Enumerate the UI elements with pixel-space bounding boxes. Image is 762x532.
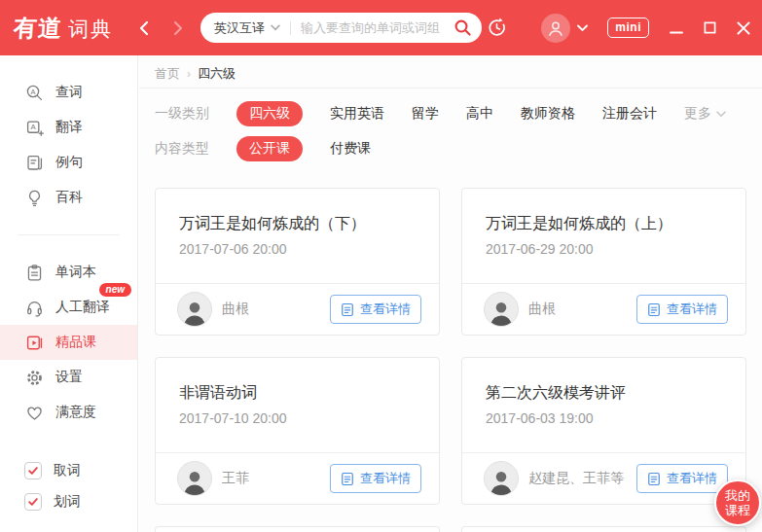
sidebar-item-examples[interactable]: 例句 — [0, 145, 137, 180]
filters: 一级类别 四六级 实用英语 留学 高中 教师资格 注册会计 更多 内容类型 公开… — [139, 89, 762, 162]
course-card-footer: 曲根 查看详情 — [156, 283, 439, 335]
filter-more-button[interactable]: 更多 — [684, 105, 726, 123]
settings-icon — [24, 368, 44, 387]
history-button[interactable] — [486, 17, 508, 39]
course-title: 万词王是如何炼成的（上） — [486, 213, 722, 234]
search-icon[interactable] — [449, 15, 476, 42]
sidebar-item-satisfaction[interactable]: 满意度 — [0, 395, 137, 430]
search-input[interactable] — [301, 20, 449, 35]
history-icon — [486, 17, 508, 39]
course-title: 第二次六级模考讲评 — [486, 382, 722, 404]
new-badge: new — [99, 283, 131, 297]
toggle-label: 取词 — [54, 462, 81, 479]
sidebar-item-premium-courses[interactable]: 精品课 — [0, 325, 137, 360]
satisfaction-icon — [24, 403, 44, 422]
header-actions: mini — [482, 14, 750, 43]
chevron-down-icon — [271, 24, 280, 31]
course-card[interactable]: 万词王是如何炼成的（上） 2017-06-29 20:00 曲根 查看详情 — [461, 188, 746, 336]
maximize-icon — [704, 21, 716, 34]
filter-label: 一级类别 — [155, 105, 209, 123]
course-card-body: 第二次六级模考讲评 2017-06-03 19:00 — [462, 358, 745, 452]
course-time: 2017-07-06 20:00 — [179, 241, 416, 257]
minimize-icon — [670, 21, 683, 35]
my-courses-button[interactable]: 我的 课程 — [714, 479, 761, 526]
filter-option-cpa[interactable]: 注册会计 — [602, 105, 657, 123]
word-lookup-icon: A — [24, 83, 44, 102]
detail-icon — [341, 472, 354, 486]
sidebar-item-label: 例句 — [55, 154, 83, 171]
view-detail-button[interactable]: 查看详情 — [636, 464, 728, 493]
user-icon — [545, 18, 566, 39]
teacher-name: 曲根 — [222, 301, 320, 318]
maximize-button[interactable] — [704, 21, 716, 34]
forward-button[interactable] — [173, 19, 185, 37]
forward-icon — [173, 20, 184, 36]
filter-option-cet[interactable]: 四六级 — [236, 101, 303, 126]
close-icon — [737, 21, 750, 35]
sidebar-item-human-translate[interactable]: 人工翻译 new — [0, 290, 137, 325]
view-detail-label: 查看详情 — [360, 470, 411, 487]
close-button[interactable] — [737, 21, 750, 35]
svg-text:A: A — [30, 87, 35, 95]
chevron-down-icon — [577, 24, 588, 32]
course-card-footer: 曲根 查看详情 — [462, 283, 745, 335]
user-avatar[interactable] — [541, 14, 570, 43]
filter-option-high-school[interactable]: 高中 — [466, 105, 493, 123]
filter-more-label: 更多 — [684, 105, 711, 123]
course-card-partial[interactable] — [461, 526, 746, 532]
course-card[interactable]: 万词王是如何炼成的（下） 2017-07-06 20:00 曲根 查看详情 — [155, 188, 440, 336]
account-menu-button[interactable] — [577, 24, 588, 32]
filter-label: 内容类型 — [155, 140, 209, 158]
filter-option-study-abroad[interactable]: 留学 — [412, 105, 439, 123]
checkbox-checked-icon[interactable] — [24, 462, 42, 479]
detail-icon — [647, 472, 661, 486]
divider — [290, 21, 291, 35]
breadcrumb-separator: › — [187, 67, 191, 81]
course-card[interactable]: 非谓语动词 2017-07-10 20:00 王菲 查看详情 — [155, 357, 440, 505]
filter-option-paid-course[interactable]: 付费课 — [330, 140, 371, 158]
sidebar-item-translate[interactable]: A 翻译 — [0, 110, 137, 145]
chevron-down-icon — [716, 111, 726, 118]
sidebar-item-encyclopedia[interactable]: 百科 — [0, 180, 137, 215]
view-detail-label: 查看详情 — [667, 470, 717, 487]
logo-text-primary: 有道 — [13, 13, 63, 44]
mini-mode-button[interactable]: mini — [607, 18, 649, 38]
course-card-body: 万词王是如何炼成的（上） 2017-06-29 20:00 — [462, 189, 745, 283]
sidebar-item-label: 精品课 — [55, 334, 96, 351]
course-card-partial[interactable] — [155, 526, 440, 532]
toggle-word-capture[interactable]: 取词 — [0, 455, 137, 486]
course-time: 2017-06-03 19:00 — [486, 410, 722, 426]
teacher-name: 王菲 — [222, 470, 320, 487]
teacher-avatar — [484, 461, 519, 496]
filter-option-teacher-cert[interactable]: 教师资格 — [521, 105, 575, 123]
teacher-avatar — [177, 292, 212, 327]
teacher-avatar — [484, 292, 519, 327]
detail-icon — [341, 302, 354, 317]
view-detail-button[interactable]: 查看详情 — [636, 295, 728, 324]
breadcrumb-current: 四六级 — [198, 65, 236, 83]
sidebar-item-settings[interactable]: 设置 — [0, 360, 137, 395]
checkbox-checked-icon[interactable] — [24, 493, 42, 511]
breadcrumb: 首页 › 四六级 — [139, 55, 762, 89]
filter-option-practical-english[interactable]: 实用英语 — [330, 105, 384, 123]
course-title: 万词王是如何炼成的（下） — [179, 213, 416, 234]
filter-option-public-course[interactable]: 公开课 — [236, 136, 303, 161]
sidebar-item-label: 翻译 — [55, 119, 83, 136]
view-detail-button[interactable]: 查看详情 — [330, 464, 421, 493]
minimize-button[interactable] — [670, 21, 683, 35]
course-card-footer: 赵建昆、王菲等 查看详情 — [462, 452, 745, 504]
breadcrumb-home[interactable]: 首页 — [155, 65, 180, 83]
teacher-name: 赵建昆、王菲等 — [528, 470, 627, 487]
premium-course-icon — [24, 333, 44, 352]
dictionary-mode-label: 英汉互译 — [214, 19, 265, 37]
examples-icon — [24, 153, 44, 172]
dictionary-mode-select[interactable]: 英汉互译 — [214, 19, 280, 37]
back-button[interactable] — [138, 19, 150, 37]
sidebar-item-word-lookup[interactable]: A 查词 — [0, 75, 137, 110]
view-detail-button[interactable]: 查看详情 — [330, 295, 421, 324]
logo-text-secondary: 词典 — [68, 16, 113, 43]
toggle-word-select[interactable]: 划词 — [0, 486, 137, 517]
search-bar[interactable]: 英汉互译 — [200, 13, 482, 43]
course-card[interactable]: 第二次六级模考讲评 2017-06-03 19:00 赵建昆、王菲等 查看详情 — [461, 357, 746, 505]
sidebar: A 查词 A 翻译 例句 百科 单词本 — [0, 55, 138, 532]
